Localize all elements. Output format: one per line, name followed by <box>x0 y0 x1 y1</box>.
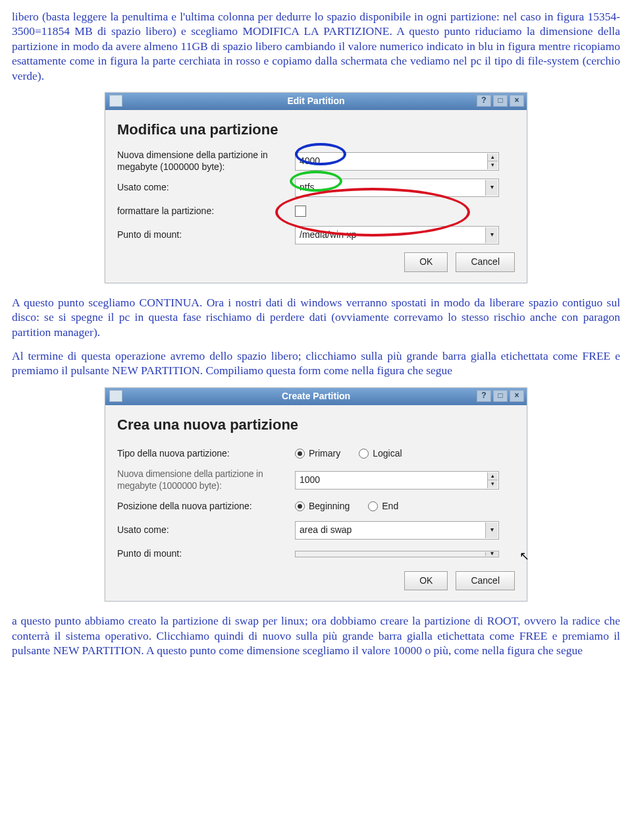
useas-select[interactable]: ntfs ▾ <box>295 179 499 197</box>
paragraph-continue: A questo punto scegliamo CONTINUA. Ora i… <box>12 295 620 339</box>
radio-label: Beginning <box>309 501 350 513</box>
cursor-icon: ↖ <box>519 549 529 564</box>
spin-up-icon[interactable]: ▴ <box>487 472 498 481</box>
app-icon <box>109 390 122 402</box>
useas-label: Usato come: <box>117 524 295 536</box>
type-label: Tipo della nuova partizione: <box>117 448 295 460</box>
position-label: Posizione della nuova partizione: <box>117 501 295 513</box>
radio-label: End <box>382 501 398 513</box>
beginning-radio[interactable]: Beginning <box>295 501 350 513</box>
size-label: Nuova dimensione della partizione in meg… <box>117 468 295 492</box>
dialog-titlebar: Edit Partition ? □ × <box>105 93 527 110</box>
useas-value: ntfs <box>300 182 315 192</box>
dialog-heading: Modifica una partizione <box>117 121 515 139</box>
dialog-title: Create Partition <box>282 391 350 401</box>
app-icon <box>109 95 122 107</box>
cancel-button[interactable]: Cancel <box>456 252 515 272</box>
useas-value: area di swap <box>300 524 352 535</box>
dialog-heading: Crea una nuova partizione <box>117 416 515 434</box>
radio-label: Logical <box>373 448 402 460</box>
radio-icon <box>295 501 305 511</box>
maximize-icon[interactable]: □ <box>493 390 508 402</box>
size-input[interactable]: 4000 ▴▾ <box>295 152 499 171</box>
paragraph-newpartition: Al termine di questa operazione avremo d… <box>12 349 620 378</box>
primary-radio[interactable]: Primary <box>295 448 340 460</box>
useas-select[interactable]: area di swap ▾ <box>295 521 499 540</box>
mount-label: Punto di mount: <box>117 548 295 560</box>
create-partition-figure: Create Partition ? □ × Crea una nuova pa… <box>12 387 620 602</box>
dialog-title: Edit Partition <box>287 96 344 106</box>
size-value: 1000 <box>300 474 320 485</box>
format-checkbox[interactable] <box>295 206 306 217</box>
chevron-down-icon[interactable]: ▾ <box>485 180 498 196</box>
close-icon[interactable]: × <box>510 390 524 402</box>
size-input[interactable]: 1000 ▴▾ <box>295 471 499 490</box>
chevron-down-icon[interactable]: ▾ <box>485 227 498 243</box>
format-label: formattare la partizione: <box>117 206 295 217</box>
spin-down-icon[interactable]: ▾ <box>487 480 498 488</box>
chevron-down-icon[interactable]: ▾ <box>485 522 498 538</box>
radio-label: Primary <box>309 448 340 460</box>
chevron-down-icon[interactable]: ▾ <box>485 552 498 556</box>
mount-label: Punto di mount: <box>117 229 295 241</box>
edit-partition-figure: Edit Partition ? □ × Modifica una partiz… <box>12 92 620 283</box>
paragraph-swap-root: a questo punto abbiamo creato la partizi… <box>12 613 620 658</box>
size-value: 4000 <box>300 155 320 166</box>
radio-icon <box>295 449 305 459</box>
maximize-icon[interactable]: □ <box>493 95 508 107</box>
logical-radio[interactable]: Logical <box>359 448 402 460</box>
edit-partition-dialog: Edit Partition ? □ × Modifica una partiz… <box>105 92 527 283</box>
radio-icon <box>368 501 378 511</box>
end-radio[interactable]: End <box>368 501 398 513</box>
mount-input[interactable]: ▾ <box>295 551 499 557</box>
spin-down-icon[interactable]: ▾ <box>487 161 498 169</box>
mount-input[interactable]: /media/win-xp ▾ <box>295 226 499 244</box>
cancel-button[interactable]: Cancel <box>456 571 515 591</box>
help-icon[interactable]: ? <box>477 390 491 402</box>
help-icon[interactable]: ? <box>477 95 491 107</box>
size-label: Nuova dimensione della partizione in meg… <box>117 150 295 173</box>
radio-icon <box>359 449 369 459</box>
create-partition-dialog: Create Partition ? □ × Crea una nuova pa… <box>105 387 527 602</box>
mount-value: /media/win-xp <box>300 229 356 240</box>
ok-button[interactable]: OK <box>404 571 448 591</box>
paragraph-intro: libero (basta leggere la penultima e l'u… <box>12 9 620 83</box>
spin-up-icon[interactable]: ▴ <box>487 154 498 162</box>
close-icon[interactable]: × <box>510 95 524 107</box>
useas-label: Usato come: <box>117 182 295 194</box>
dialog-titlebar: Create Partition ? □ × <box>105 388 527 405</box>
ok-button[interactable]: OK <box>404 252 448 272</box>
